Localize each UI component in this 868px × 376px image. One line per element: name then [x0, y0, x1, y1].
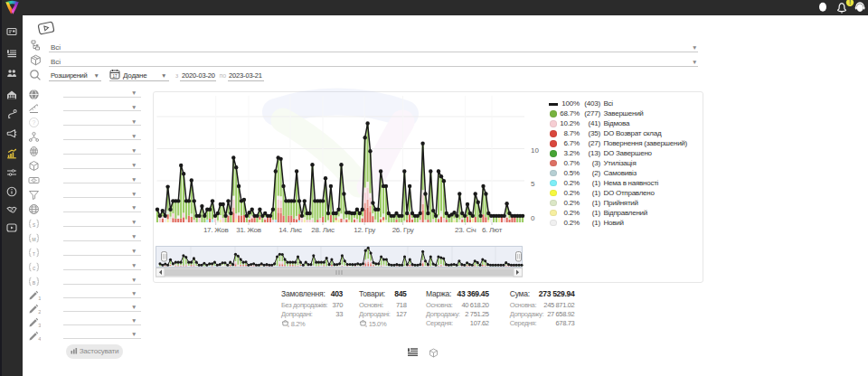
- svg-text:6. Лют: 6. Лют: [482, 226, 503, 234]
- svg-text:28. Лис: 28. Лис: [311, 226, 335, 234]
- svg-text:5: 5: [531, 180, 535, 188]
- svg-text:10: 10: [531, 146, 539, 155]
- svg-text:12. Гру: 12. Гру: [354, 226, 375, 234]
- svg-text:17. Жов: 17. Жов: [203, 226, 229, 234]
- svg-text:0: 0: [531, 214, 535, 222]
- svg-text:x: x: [365, 324, 367, 327]
- svg-text:26. Гру: 26. Гру: [392, 226, 414, 234]
- svg-text:31. Жов: 31. Жов: [236, 226, 261, 234]
- svg-text:14. Лис: 14. Лис: [278, 226, 302, 234]
- svg-text:x: x: [288, 324, 289, 327]
- svg-text:23. Січ: 23. Січ: [455, 226, 476, 234]
